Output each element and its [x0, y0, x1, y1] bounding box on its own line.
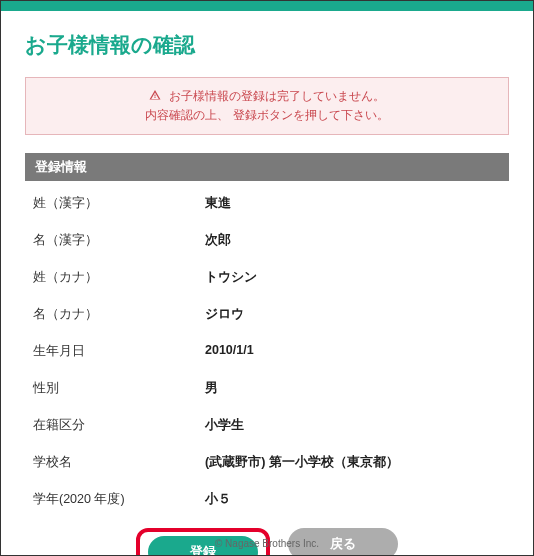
field-value: 小学生 — [205, 417, 509, 434]
field-label: 学年(2020 年度) — [25, 491, 205, 508]
field-value: 小５ — [205, 491, 509, 508]
field-label: 生年月日 — [25, 343, 205, 360]
field-value: ジロウ — [205, 306, 509, 323]
content-area: お子様情報の確認 お子様情報の登録は完了していません。 内容確認の上、 登録ボタ… — [1, 11, 533, 556]
field-value: (武蔵野市) 第一小学校（東京都） — [205, 454, 509, 471]
alert-box: お子様情報の登録は完了していません。 内容確認の上、 登録ボタンを押して下さい。 — [25, 77, 509, 135]
field-value: トウシン — [205, 269, 509, 286]
field-row: 性別 男 — [25, 380, 509, 397]
field-value: 次郎 — [205, 232, 509, 249]
field-label: 姓（カナ） — [25, 269, 205, 286]
field-row: 学校名 (武蔵野市) 第一小学校（東京都） — [25, 454, 509, 471]
field-label: 性別 — [25, 380, 205, 397]
page-title: お子様情報の確認 — [25, 31, 509, 59]
alert-text-1: お子様情報の登録は完了していません。 — [169, 89, 385, 103]
section-header: 登録情報 — [25, 153, 509, 181]
field-list: 姓（漢字） 東進 名（漢字） 次郎 姓（カナ） トウシン 名（カナ） ジロウ 生… — [25, 195, 509, 508]
field-value: 東進 — [205, 195, 509, 212]
field-row: 姓（漢字） 東進 — [25, 195, 509, 212]
field-value: 2010/1/1 — [205, 343, 509, 360]
top-accent-bar — [1, 1, 533, 11]
field-label: 名（漢字） — [25, 232, 205, 249]
field-row: 名（漢字） 次郎 — [25, 232, 509, 249]
field-label: 学校名 — [25, 454, 205, 471]
field-label: 在籍区分 — [25, 417, 205, 434]
field-label: 名（カナ） — [25, 306, 205, 323]
field-row: 生年月日 2010/1/1 — [25, 343, 509, 360]
field-row: 在籍区分 小学生 — [25, 417, 509, 434]
field-value: 男 — [205, 380, 509, 397]
footer-copyright: © Nagase Brothers Inc. — [1, 538, 533, 549]
field-row: 名（カナ） ジロウ — [25, 306, 509, 323]
field-label: 姓（漢字） — [25, 195, 205, 212]
field-row: 学年(2020 年度) 小５ — [25, 491, 509, 508]
alert-text-2: 内容確認の上、 登録ボタンを押して下さい。 — [34, 107, 500, 124]
warning-icon — [149, 89, 161, 104]
field-row: 姓（カナ） トウシン — [25, 269, 509, 286]
